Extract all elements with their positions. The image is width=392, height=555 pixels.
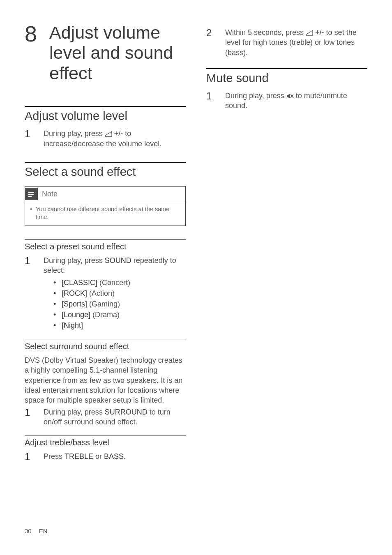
chapter-title: Adjust volume level and sound effect: [49, 23, 186, 83]
step-number: 1: [25, 129, 44, 149]
section-rule: [25, 106, 186, 107]
step: 1 During play, press SURROUND to turn on…: [25, 407, 186, 427]
subsection-surround: Select surround sound effect DVS (Dolby …: [25, 339, 186, 427]
section-mute-sound: Mute sound 1 During play, press to mute/…: [206, 68, 367, 111]
section-select-sound: Select a sound effect Note You cannot us…: [25, 162, 186, 226]
volume-icon: [105, 131, 112, 137]
page-footer: 30 EN: [25, 527, 48, 534]
chapter-number: 8: [25, 23, 49, 45]
note-header: Note: [25, 187, 185, 202]
text-bold: [Lounge]: [62, 311, 90, 319]
subsection-treble-bass: Adjust treble/bass level 1 Press TREBLE …: [25, 435, 186, 462]
list-item: [Lounge] (Drama): [53, 309, 186, 320]
step-body: During play, press to mute/unmute sound.: [225, 91, 367, 111]
text: During play, press: [44, 129, 105, 138]
page-content: 8 Adjust volume level and sound effect A…: [0, 0, 392, 481]
text-bold: BASS: [104, 452, 124, 461]
step: 1 During play, press to mute/unmute soun…: [206, 91, 367, 111]
text: (Gaming): [87, 300, 120, 308]
step-body: During play, press +/- to increase/decre…: [44, 129, 186, 149]
sub-title: Select surround sound effect: [25, 342, 186, 351]
note-label: Note: [42, 190, 58, 198]
text: During play, press: [44, 408, 105, 416]
text: (Drama): [90, 311, 120, 319]
text: (Action): [87, 289, 115, 297]
bullet-list: [CLASSIC] (Concert) [ROCK] (Action) [Spo…: [44, 277, 186, 331]
section-adjust-volume: Adjust volume level 1 During play, press…: [25, 106, 186, 149]
section-title: Mute sound: [206, 71, 367, 85]
step: 1 Press TREBLE or BASS.: [25, 451, 186, 462]
step-body: Within 5 seconds, press +/- to set the l…: [225, 28, 367, 58]
sub-rule: [25, 435, 186, 435]
text: During play, press: [44, 256, 105, 265]
text-bold: +/-: [313, 28, 324, 37]
section-title: Select a sound effect: [25, 165, 186, 179]
step-body: During play, press SURROUND to turn on/o…: [44, 407, 186, 427]
list-item: [ROCK] (Action): [53, 288, 186, 299]
step: 1 During play, press +/- to increase/dec…: [25, 129, 186, 149]
step-number: 1: [25, 256, 44, 331]
text-bold: SOUND: [105, 256, 131, 265]
page-number: 30: [25, 527, 32, 534]
step-number: 1: [25, 407, 44, 427]
note-box: Note You cannot use different sound effe…: [25, 186, 186, 226]
text-bold: [Night]: [62, 321, 83, 329]
sub-title: Select a preset sound effect: [25, 242, 186, 251]
subsection-preset: Select a preset sound effect 1 During pl…: [25, 239, 186, 331]
note-item: You cannot use different sound effects a…: [30, 205, 180, 221]
text-bold: [Sports]: [62, 300, 87, 308]
step-number: 2: [206, 28, 225, 58]
step: 2 Within 5 seconds, press +/- to set the…: [206, 28, 367, 58]
text: Press: [44, 452, 65, 461]
text: Within 5 seconds, press: [225, 28, 306, 37]
volume-icon: [306, 30, 313, 36]
step-body: During play, press SOUND repeatedly to s…: [44, 256, 186, 331]
language-code: EN: [39, 527, 48, 534]
text-bold: SURROUND: [105, 408, 148, 416]
text-bold: +/-: [112, 129, 123, 138]
text: (Concert): [97, 279, 130, 287]
section-rule: [206, 68, 367, 69]
section-rule: [25, 162, 186, 163]
list-item: [Sports] (Gaming): [53, 299, 186, 309]
step-body: Press TREBLE or BASS.: [44, 451, 186, 462]
list-item: [Night]: [53, 320, 186, 331]
mute-icon: [286, 93, 294, 99]
step-number: 1: [25, 451, 44, 462]
text: or: [93, 452, 104, 461]
sub-title: Adjust treble/bass level: [25, 438, 186, 447]
note-body: You cannot use different sound effects a…: [25, 202, 185, 226]
section-title: Adjust volume level: [25, 109, 186, 123]
left-column: 8 Adjust volume level and sound effect A…: [25, 23, 186, 464]
chapter-heading: 8 Adjust volume level and sound effect: [25, 23, 186, 83]
note-icon: [25, 188, 38, 200]
step-number: 1: [206, 91, 225, 111]
list-item: [CLASSIC] (Concert): [53, 277, 186, 288]
text-bold: [ROCK]: [62, 289, 87, 297]
paragraph: DVS (Dolby Virtual Speaker) technology c…: [25, 355, 186, 405]
right-column: 2 Within 5 seconds, press +/- to set the…: [206, 23, 367, 464]
step: 1 During play, press SOUND repeatedly to…: [25, 256, 186, 331]
sub-rule: [25, 339, 186, 339]
text-bold: [CLASSIC]: [62, 279, 97, 287]
text: During play, press: [225, 92, 286, 100]
text: .: [124, 452, 126, 461]
sub-rule: [25, 239, 186, 240]
text-bold: TREBLE: [65, 452, 93, 461]
